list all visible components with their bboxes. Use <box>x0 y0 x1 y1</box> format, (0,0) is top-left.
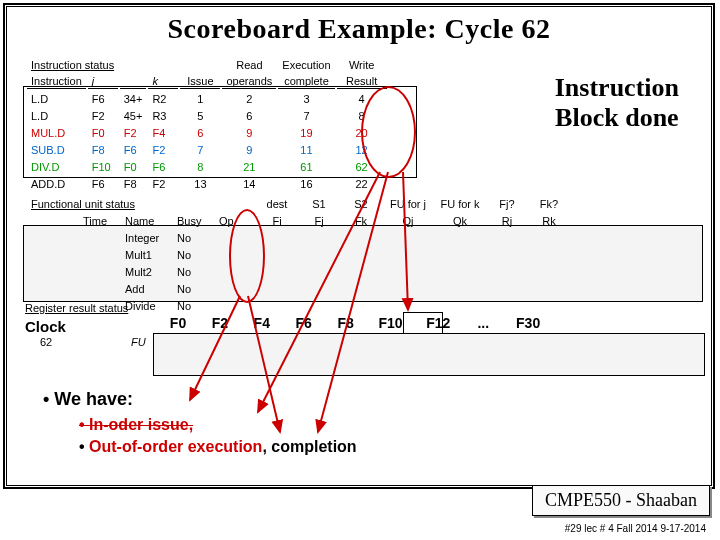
bullet-3: • Out-of-order execution, completion <box>79 438 357 456</box>
bullet-1: • We have: <box>43 389 357 410</box>
fu-italic-label: FU <box>131 336 146 348</box>
slide-frame: Scoreboard Example: Cycle 62 Instruction… <box>3 3 715 489</box>
oval-write-result <box>361 86 416 178</box>
bullet-2-struck: • In-oder issue, <box>79 416 357 434</box>
f10-highlight-box <box>403 312 443 334</box>
oval-busy-no <box>229 209 265 303</box>
clock-value: 62 <box>40 336 52 348</box>
instr-box <box>23 86 417 178</box>
hdr-exec: Execution <box>278 57 334 72</box>
reg-columns: F0 F2 F4 F6 F8 F10 F12 ... F30 <box>159 315 550 331</box>
hdr-read: Read <box>222 57 276 72</box>
reg-box <box>153 333 705 376</box>
footer-box: CMPE550 - Shaaban <box>532 485 710 516</box>
reg-result-label: Register result status <box>25 302 128 314</box>
functional-unit-table: Functional unit status dest S1 S2 FU for… <box>25 194 571 315</box>
block-done-text: Instruction Block done <box>555 73 679 133</box>
bullet-list: • We have: • In-oder issue, • Out-of-ord… <box>43 389 357 456</box>
hdr-write: Write <box>337 57 387 72</box>
instr-status-label: Instruction status <box>27 57 178 72</box>
footer-line: #29 lec # 4 Fall 2014 9-17-2014 <box>565 523 706 534</box>
clock-label: Clock <box>25 318 66 335</box>
fu-status-label: Functional unit status <box>27 196 171 211</box>
